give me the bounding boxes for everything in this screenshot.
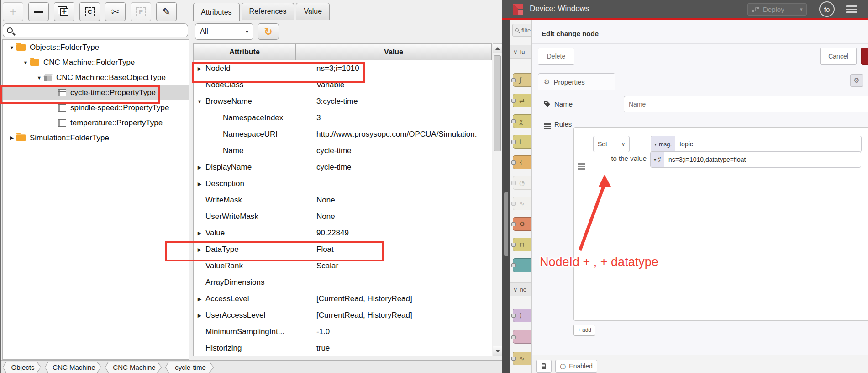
palette-filter-box[interactable]: [512, 24, 532, 37]
palette-category-ne[interactable]: ∨ne: [510, 282, 532, 296]
breadcrumb-tab[interactable]: CNC Machine: [45, 362, 101, 373]
tree-toggle-icon[interactable]: ▼: [35, 75, 44, 80]
breadcrumb-tab[interactable]: CNC Machine: [105, 362, 162, 373]
row-expand-icon[interactable]: ▼: [194, 99, 205, 104]
rule-target-input[interactable]: [675, 136, 861, 152]
palette-scrollbar-thumb[interactable]: [504, 192, 508, 256]
rule-value-input[interactable]: [664, 152, 861, 167]
palette-node[interactable]: χ: [513, 114, 532, 128]
palette-node[interactable]: i: [513, 135, 532, 149]
tree-toggle-icon[interactable]: ▶: [7, 135, 16, 141]
user-badge[interactable]: fo: [819, 1, 835, 17]
tab-properties[interactable]: ⚙ Properties: [538, 73, 615, 90]
palette-filter-input[interactable]: [521, 27, 532, 34]
name-input[interactable]: [624, 96, 868, 112]
tree-item[interactable]: ▶Simulation::FolderType: [3, 130, 189, 145]
rule-value-type-button[interactable]: ▾ az: [651, 152, 664, 167]
tree-item[interactable]: ▼CNC Machine::FolderType: [3, 55, 189, 70]
column-header-value[interactable]: Value: [296, 44, 492, 60]
palette-node[interactable]: [513, 330, 532, 344]
scroll-down-button[interactable]: [493, 346, 502, 356]
palette-node[interactable]: ⊓: [513, 238, 532, 251]
palette-node[interactable]: ∿: [513, 197, 532, 210]
palette-node[interactable]: ∿: [513, 352, 532, 365]
table-row[interactable]: Namecycle-time: [194, 143, 492, 159]
table-row[interactable]: ▶UserAccessLevel[CurrentRead, HistoryRea…: [194, 307, 492, 324]
scrollbar-thumb[interactable]: [494, 55, 501, 151]
refresh-button[interactable]: ↻: [258, 23, 279, 40]
rule-target-type-button[interactable]: ▾ msg.: [651, 136, 675, 152]
palette-node[interactable]: [513, 258, 532, 272]
table-row[interactable]: WriteMaskNone: [194, 192, 492, 208]
palette-node[interactable]: ): [513, 309, 532, 322]
deploy-button[interactable]: Deploy ▾: [747, 3, 807, 16]
table-row[interactable]: ▶Value90.22849: [194, 225, 492, 241]
table-row[interactable]: ▼BrowseName3:cycle-time: [194, 93, 492, 110]
toggle-circle-icon: ○: [560, 362, 566, 370]
delete-button[interactable]: Delete: [538, 48, 574, 65]
tree-toggle-icon[interactable]: ▼: [7, 45, 16, 50]
table-row[interactable]: Historizingtrue: [194, 340, 492, 357]
palette-node[interactable]: ⚙: [513, 217, 532, 231]
scissors-button[interactable]: ✂: [105, 2, 126, 21]
palette-node[interactable]: {: [513, 155, 532, 169]
palette-category-fu[interactable]: ∨fu: [510, 45, 532, 59]
paste-button[interactable]: P: [131, 2, 151, 21]
tab-value[interactable]: Value: [296, 3, 330, 20]
attribute-filter-dropdown[interactable]: All ▾: [195, 23, 253, 40]
node-type-icon: ): [519, 312, 521, 319]
table-row[interactable]: ▶Description: [194, 176, 492, 192]
minus-button[interactable]: [28, 2, 49, 21]
node-type-icon: ƒ: [519, 76, 521, 84]
add-rule-button[interactable]: + add: [573, 325, 595, 336]
table-row[interactable]: NamespaceIndex3: [194, 110, 492, 126]
filter-row: All ▾ ↻: [191, 20, 503, 43]
tree-item[interactable]: ▼CNC Machine::BaseObjectType: [3, 70, 189, 85]
node-type-icon: ∿: [519, 355, 525, 362]
node-type-icon: ∿: [519, 200, 525, 207]
duplicate-button[interactable]: +: [54, 2, 74, 21]
palette-node[interactable]: ƒ: [513, 73, 532, 87]
search-input[interactable]: [16, 26, 188, 35]
done-button[interactable]: Done: [861, 48, 868, 65]
rule-action-select[interactable]: Set ∨: [593, 136, 630, 152]
deploy-dropdown-icon[interactable]: ▾: [796, 6, 806, 12]
row-expand-icon[interactable]: ▶: [194, 230, 205, 236]
menu-icon[interactable]: [846, 5, 857, 13]
node-type-icon: ⚙: [519, 220, 525, 228]
table-row[interactable]: MinimumSamplingInt...-1.0: [194, 324, 492, 340]
tree-item[interactable]: temperature::PropertyType: [3, 115, 189, 130]
breadcrumb-tab[interactable]: Objects: [3, 362, 41, 373]
table-row[interactable]: NamespaceURIhttp://www.prosysopc.com/OPC…: [194, 126, 492, 143]
breadcrumb-tab[interactable]: cycle-time: [165, 362, 214, 373]
rule-drag-handle[interactable]: [578, 163, 585, 170]
cancel-button[interactable]: Cancel: [820, 48, 857, 65]
edit-properties-button[interactable]: ⚙: [850, 74, 863, 87]
row-expand-icon[interactable]: ▶: [194, 296, 205, 302]
pencil-button[interactable]: ✎: [156, 2, 177, 21]
plus-button[interactable]: +: [3, 2, 23, 21]
tree-item[interactable]: ▼Objects::FolderType: [3, 40, 189, 55]
table-scrollbar[interactable]: [493, 43, 502, 356]
column-header-attribute[interactable]: Attribute: [194, 44, 296, 60]
palette-node[interactable]: ⇄: [513, 94, 532, 107]
table-row[interactable]: ArrayDimensions: [194, 274, 492, 291]
attribute-value: None: [296, 212, 492, 221]
table-row[interactable]: UserWriteMaskNone: [194, 208, 492, 225]
node-input-port: [511, 314, 516, 318]
row-expand-icon[interactable]: ▶: [194, 165, 205, 171]
table-row[interactable]: ▶DisplayNamecycle-time: [194, 159, 492, 176]
table-row[interactable]: ▶AccessLevel[CurrentRead, HistoryRead]: [194, 291, 492, 307]
enabled-toggle[interactable]: ○ Enabled: [555, 360, 597, 373]
docs-button[interactable]: [536, 360, 552, 373]
tree-toggle-icon[interactable]: ▼: [21, 60, 30, 65]
scroll-up-button[interactable]: [493, 44, 502, 53]
row-expand-icon[interactable]: ▶: [194, 313, 205, 319]
breadcrumb-tab-label: CNC Machine: [45, 362, 101, 373]
row-expand-icon[interactable]: ▶: [194, 181, 205, 187]
tab-references[interactable]: References: [242, 3, 295, 20]
copy-button[interactable]: C: [79, 2, 100, 21]
tab-attributes[interactable]: Attributes: [193, 3, 240, 21]
palette-node[interactable]: ◔: [513, 176, 532, 190]
tree-search-box[interactable]: [3, 23, 188, 37]
